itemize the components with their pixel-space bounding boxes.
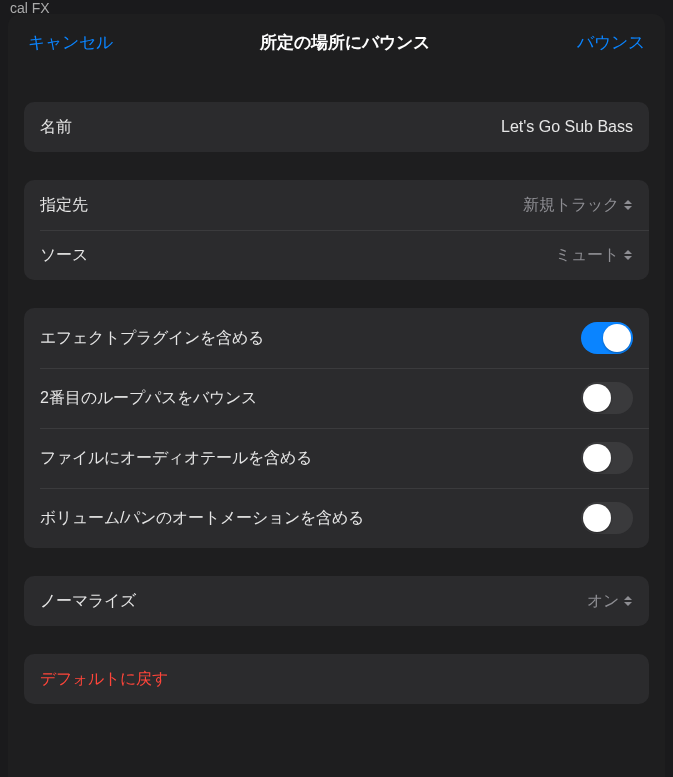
toggle-knob bbox=[603, 324, 631, 352]
include-audio-tail-toggle[interactable] bbox=[581, 442, 633, 474]
bounce-in-place-sheet: キャンセル 所定の場所にバウンス バウンス 名前 Let's Go Sub Ba… bbox=[8, 14, 665, 777]
sheet-header: キャンセル 所定の場所にバウンス バウンス bbox=[8, 14, 665, 70]
source-row[interactable]: ソース ミュート bbox=[24, 230, 649, 280]
normalize-row[interactable]: ノーマライズ オン bbox=[24, 576, 649, 626]
toggle-knob bbox=[583, 444, 611, 472]
name-row[interactable]: 名前 Let's Go Sub Bass bbox=[24, 102, 649, 152]
normalize-value-wrapper: オン bbox=[587, 591, 633, 612]
destination-label: 指定先 bbox=[40, 195, 88, 216]
name-label: 名前 bbox=[40, 117, 72, 138]
options-group: エフェクトプラグインを含める 2番目のループパスをバウンス ファイルにオーディオ… bbox=[24, 308, 649, 548]
bounce-second-loop-toggle[interactable] bbox=[581, 382, 633, 414]
toggle-knob bbox=[583, 384, 611, 412]
updown-icon bbox=[623, 593, 633, 609]
source-value: ミュート bbox=[555, 245, 619, 266]
bounce-second-loop-row: 2番目のループパスをバウンス bbox=[24, 368, 649, 428]
destination-value-wrapper: 新規トラック bbox=[523, 195, 633, 216]
sheet-title: 所定の場所にバウンス bbox=[260, 31, 430, 54]
destination-row[interactable]: 指定先 新規トラック bbox=[24, 180, 649, 230]
include-vol-pan-automation-label: ボリューム/パンのオートメーションを含める bbox=[40, 508, 364, 529]
toggle-knob bbox=[583, 504, 611, 532]
include-vol-pan-automation-row: ボリューム/パンのオートメーションを含める bbox=[24, 488, 649, 548]
include-audio-tail-label: ファイルにオーディオテールを含める bbox=[40, 448, 312, 469]
name-value: Let's Go Sub Bass bbox=[501, 118, 633, 136]
reset-defaults-button[interactable]: デフォルトに戻す bbox=[24, 654, 649, 704]
destination-group: 指定先 新規トラック ソース ミュート bbox=[24, 180, 649, 280]
updown-icon bbox=[623, 247, 633, 263]
include-vol-pan-automation-toggle[interactable] bbox=[581, 502, 633, 534]
include-audio-tail-row: ファイルにオーディオテールを含める bbox=[24, 428, 649, 488]
bounce-button[interactable]: バウンス bbox=[577, 31, 645, 54]
updown-icon bbox=[623, 197, 633, 213]
include-effects-label: エフェクトプラグインを含める bbox=[40, 328, 264, 349]
reset-defaults-label: デフォルトに戻す bbox=[40, 669, 168, 690]
source-label: ソース bbox=[40, 245, 88, 266]
cancel-button[interactable]: キャンセル bbox=[28, 31, 113, 54]
destination-value: 新規トラック bbox=[523, 195, 619, 216]
reset-group: デフォルトに戻す bbox=[24, 654, 649, 704]
include-effects-toggle[interactable] bbox=[581, 322, 633, 354]
normalize-value: オン bbox=[587, 591, 619, 612]
bounce-second-loop-label: 2番目のループパスをバウンス bbox=[40, 388, 257, 409]
normalize-group: ノーマライズ オン bbox=[24, 576, 649, 626]
normalize-label: ノーマライズ bbox=[40, 591, 136, 612]
source-value-wrapper: ミュート bbox=[555, 245, 633, 266]
include-effects-row: エフェクトプラグインを含める bbox=[24, 308, 649, 368]
name-group: 名前 Let's Go Sub Bass bbox=[24, 102, 649, 152]
